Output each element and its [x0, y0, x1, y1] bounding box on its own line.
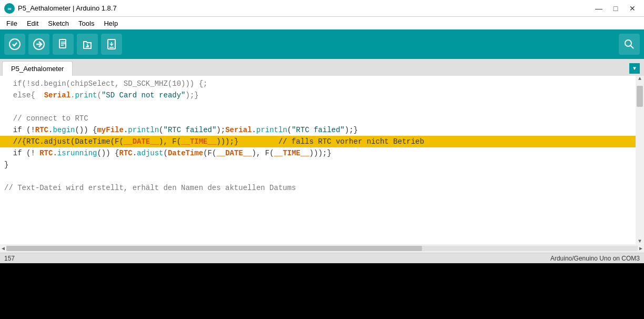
code-line-7: if (! RTC.isrunning()) {RTC.adjust(DateT… — [0, 147, 636, 159]
status-board: Arduino/Genuino Uno on COM3 — [550, 255, 640, 262]
titlebar-title: P5_Aethalometer | Arduino 1.8.7 — [18, 4, 117, 12]
scroll-thumb[interactable] — [637, 86, 643, 107]
editor: if(!sd.begin(chipSelect, SD_SCK_MHZ(10))… — [0, 76, 644, 244]
editor-content: if(!sd.begin(chipSelect, SD_SCK_MHZ(10))… — [0, 76, 644, 196]
titlebar: ∞ P5_Aethalometer | Arduino 1.8.7 — □ ✕ — [0, 0, 644, 17]
verify-button[interactable] — [4, 34, 25, 55]
upload-button[interactable] — [28, 34, 49, 55]
close-button[interactable]: ✕ — [625, 3, 640, 14]
horizontal-scrollbar[interactable]: ◀ ▶ — [0, 244, 644, 253]
code-line-10: // Text-Datei wird erstellt, erhält den … — [0, 182, 636, 194]
hscroll-left-button[interactable]: ◀ — [0, 245, 6, 252]
tab-dropdown-button[interactable]: ▼ — [629, 63, 640, 74]
vertical-scrollbar[interactable]: ▲ ▼ — [636, 76, 644, 244]
titlebar-controls[interactable]: — □ ✕ — [591, 3, 640, 14]
code-line-2: else{ Serial.print("SD Card not ready");… — [0, 89, 636, 101]
code-line-8: } — [0, 159, 636, 171]
code-line-4: // connect to RTC — [0, 113, 636, 124]
svg-point-12 — [625, 40, 631, 46]
menu-sketch[interactable]: Sketch — [44, 18, 73, 28]
hscroll-right-button[interactable]: ▶ — [638, 245, 644, 252]
code-line-6-highlighted: //{RTC.adjust(DateTime(F(__DATE__), F(__… — [0, 136, 636, 147]
scroll-up-button[interactable]: ▲ — [638, 76, 641, 82]
tab-p5-aethalometer[interactable]: P5_Aethalometer — [2, 61, 73, 76]
code-line-5: if (!RTC.begin()) {myFile.println("RTC f… — [0, 124, 636, 136]
code-line-9 — [0, 171, 636, 182]
toolbar — [0, 29, 644, 59]
menu-edit[interactable]: Edit — [23, 18, 43, 28]
app-logo: ∞ — [4, 3, 15, 14]
menu-tools[interactable]: Tools — [74, 18, 98, 28]
hscroll-thumb[interactable] — [6, 246, 422, 251]
scroll-down-button[interactable]: ▼ — [638, 238, 641, 244]
code-line-3 — [0, 101, 636, 113]
svg-text:∞: ∞ — [7, 6, 11, 12]
tabbar: P5_Aethalometer ▼ — [0, 59, 644, 76]
minimize-button[interactable]: — — [591, 3, 606, 14]
status-line-number: 157 — [4, 255, 15, 262]
maximize-button[interactable]: □ — [608, 3, 623, 14]
svg-line-13 — [631, 46, 634, 49]
statusbar: 157 Arduino/Genuino Uno on COM3 — [0, 253, 644, 263]
black-area — [0, 263, 644, 319]
save-button[interactable] — [101, 34, 122, 55]
menu-file[interactable]: File — [2, 18, 22, 28]
menu-help[interactable]: Help — [99, 18, 122, 28]
menubar: File Edit Sketch Tools Help — [0, 17, 644, 29]
hscroll-track — [6, 246, 638, 251]
titlebar-left: ∞ P5_Aethalometer | Arduino 1.8.7 — [4, 3, 117, 14]
code-line-1: if(!sd.begin(chipSelect, SD_SCK_MHZ(10))… — [0, 78, 636, 89]
open-button[interactable] — [77, 34, 98, 55]
search-button[interactable] — [619, 34, 640, 55]
new-button[interactable] — [53, 34, 74, 55]
toolbar-right — [619, 34, 640, 55]
